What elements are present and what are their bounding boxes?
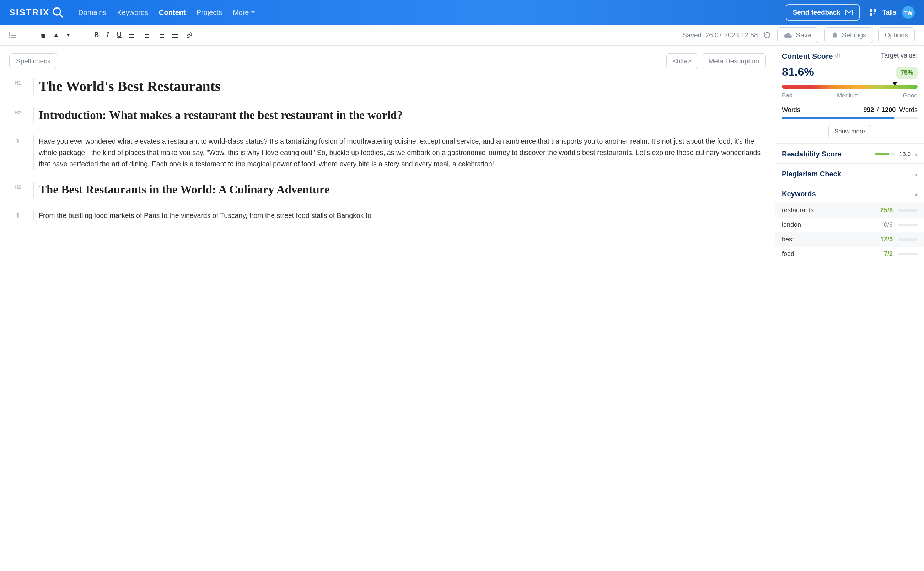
nav-content[interactable]: Content [159, 9, 186, 17]
plagiarism-row[interactable]: Plagiarism Check ▾ [775, 164, 924, 184]
keyword-row[interactable]: restaurants25/8 [775, 203, 924, 218]
keyword-name: best [782, 236, 880, 243]
keyword-count: 12/5 [880, 236, 893, 243]
content-score-section: Content Score ⓘ Target value: 81.6% 75% … [775, 46, 924, 144]
gutter-h1-label: H1 [9, 77, 26, 95]
settings-button[interactable]: Settings [824, 27, 873, 43]
readability-row[interactable]: Readability Score 13.0 ▾ [775, 144, 924, 164]
chevron-down-icon: ▾ [915, 151, 918, 157]
readability-label: Readability Score [782, 150, 842, 158]
nav-more-label: More [233, 9, 249, 17]
chevron-up-icon: ▴ [915, 191, 918, 197]
align-center-icon[interactable] [143, 33, 150, 38]
send-feedback-button[interactable]: Send feedback [786, 4, 860, 21]
svg-rect-3 [870, 9, 872, 12]
gutter-paragraph-icon: ¶ [9, 210, 26, 221]
svg-point-0 [54, 8, 61, 15]
nav-keywords[interactable]: Keywords [117, 9, 148, 17]
nav-projects[interactable]: Projects [197, 9, 222, 17]
score-marker-icon [893, 82, 897, 85]
block-h2-intro[interactable]: H2 Introduction: What makes a restaurant… [9, 107, 766, 123]
settings-label: Settings [842, 31, 866, 39]
show-more-button[interactable]: Show more [829, 125, 871, 138]
h1-text[interactable]: The World's Best Restaurants [39, 77, 766, 95]
content-score-title: Content Score ⓘ [782, 52, 840, 60]
envelope-icon [845, 9, 853, 15]
user-area: Talia TW [870, 6, 915, 19]
keyword-name: food [782, 250, 884, 258]
format-tools: B I U [40, 31, 192, 39]
bar-label-good: Good [903, 92, 918, 99]
svg-point-12 [9, 37, 10, 38]
svg-point-11 [9, 35, 10, 35]
gutter-h2-label: H2 [9, 107, 26, 123]
block-h2-best[interactable]: H2 The Best Restaurants in the World: A … [9, 182, 766, 198]
block-p2[interactable]: ¶ From the bustling food markets of Pari… [9, 210, 766, 221]
underline-icon[interactable]: U [117, 31, 122, 39]
paragraph-1[interactable]: Have you ever wondered what elevates a r… [39, 136, 766, 170]
h2-best-text[interactable]: The Best Restaurants in the World: A Cul… [39, 182, 766, 198]
avatar[interactable]: TW [902, 6, 915, 19]
save-button[interactable]: Save [777, 27, 818, 43]
keyword-count: 0/6 [884, 221, 893, 228]
gutter-paragraph-icon: ¶ [9, 136, 26, 170]
target-value-label: Target value: [881, 52, 918, 59]
apps-icon[interactable] [870, 9, 877, 16]
keywords-header[interactable]: Keywords ▴ [775, 184, 924, 203]
h2-intro-text[interactable]: Introduction: What makes a restaurant th… [39, 107, 766, 123]
move-down-icon[interactable] [66, 33, 70, 37]
align-left-icon[interactable] [129, 33, 136, 38]
options-button[interactable]: Options [878, 27, 915, 43]
keyword-bar [898, 238, 918, 241]
plagiarism-label: Plagiarism Check [782, 170, 841, 178]
nav-more[interactable]: More [233, 9, 256, 17]
score-gradient-bar [782, 85, 918, 88]
words-label: Words [782, 106, 800, 114]
gutter-h2-label: H2 [9, 182, 26, 198]
chevron-down-icon: ▾ [915, 171, 918, 177]
bold-icon[interactable]: B [94, 31, 99, 39]
nav-domains[interactable]: Domains [78, 9, 106, 17]
keyword-row[interactable]: london0/6 [775, 218, 924, 232]
align-right-icon[interactable] [158, 33, 164, 38]
words-unit: Words [899, 106, 918, 114]
target-value-badge: 75% [896, 67, 918, 79]
keyword-name: restaurants [782, 207, 880, 214]
top-nav-bar: SISTRIX Domains Keywords Content Project… [0, 0, 924, 25]
content-score-value: 81.6% [782, 65, 814, 79]
readability-bar [875, 153, 895, 155]
link-icon[interactable] [186, 32, 192, 39]
gear-icon [831, 32, 838, 39]
username[interactable]: Talia [882, 9, 896, 16]
bar-label-medium: Medium [837, 92, 858, 99]
spellcheck-button[interactable]: Spell check [9, 53, 57, 69]
align-justify-icon[interactable] [172, 33, 179, 38]
keyword-row[interactable]: food7/2 [775, 247, 924, 261]
move-up-icon[interactable] [54, 33, 58, 37]
help-icon[interactable]: ⓘ [835, 53, 840, 59]
svg-rect-6 [874, 13, 875, 14]
trash-icon[interactable] [40, 32, 46, 39]
chevron-down-icon [251, 10, 255, 15]
saved-timestamp: Saved: 26.07.2023 12:58 [682, 31, 758, 39]
outline-toggle-icon[interactable] [9, 32, 15, 38]
words-progress-bar [782, 117, 918, 119]
italic-icon[interactable]: I [106, 31, 109, 39]
svg-point-10 [9, 33, 10, 33]
keyword-row[interactable]: best12/5 [775, 232, 924, 247]
block-p1[interactable]: ¶ Have you ever wondered what elevates a… [9, 136, 766, 170]
undo-icon[interactable] [764, 32, 771, 39]
title-tag-button[interactable]: <title> [666, 53, 698, 69]
meta-description-button[interactable]: Meta Description [702, 53, 766, 69]
keyword-bar [898, 253, 918, 255]
logo[interactable]: SISTRIX [9, 6, 64, 19]
block-h1[interactable]: H1 The World's Best Restaurants [9, 77, 766, 95]
words-target: 1200 [881, 106, 896, 114]
svg-rect-5 [870, 13, 872, 15]
keyword-bar [898, 224, 918, 226]
editor-toolbar: B I U Saved: 26.07.2023 12:58 Save Setti… [0, 25, 924, 46]
options-label: Options [885, 31, 908, 39]
paragraph-2[interactable]: From the bustling food markets of Paris … [39, 210, 766, 221]
keyword-name: london [782, 221, 884, 228]
cloud-icon [784, 32, 792, 38]
